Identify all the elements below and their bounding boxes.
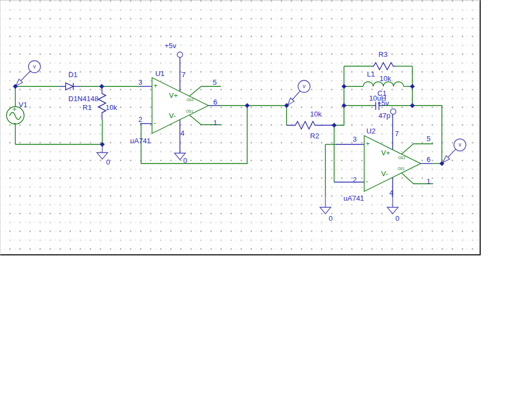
diode-triangle-icon	[66, 83, 73, 90]
junction-dot	[342, 103, 347, 108]
label-u2-pin3: 3	[353, 136, 357, 143]
label-r2-ref[interactable]: R2	[310, 132, 319, 139]
v1-minus-mark: -	[14, 120, 16, 126]
ground-symbol-u2-vminus[interactable]	[387, 197, 398, 214]
label-u2-pin7: 7	[395, 130, 399, 137]
junction-dot	[410, 84, 415, 89]
label-u1-pin2: 2	[138, 116, 142, 123]
label-r1-ref[interactable]: R1	[83, 104, 92, 111]
u2-os1-text: OS1	[398, 167, 405, 171]
u1-vminus-text: V-	[169, 112, 176, 119]
junction-dot	[342, 84, 347, 89]
label-u2-part[interactable]: uA741	[343, 195, 364, 202]
u2-plus-mark: +	[366, 141, 370, 147]
junction-dot	[245, 103, 250, 108]
label-r1-value[interactable]: 10k	[106, 104, 117, 111]
u2-os2-text: OS2	[398, 156, 405, 160]
label-d1-value[interactable]: D1N4148	[68, 95, 98, 102]
label-r3-ref[interactable]: R3	[378, 51, 388, 58]
probe-letter: v	[300, 84, 308, 89]
probe-letter: v	[456, 142, 464, 148]
label-r2-value[interactable]: 10k	[310, 110, 322, 118]
label-u2-pin6: 6	[427, 156, 430, 163]
label-ground-0: 0	[106, 159, 110, 166]
label-u1-pin7: 7	[182, 71, 185, 78]
u2-vplus-text: V+	[381, 149, 390, 156]
label-c1-ref[interactable]: C1	[377, 90, 387, 97]
label-u1-pin6: 6	[213, 98, 217, 106]
label-d1-ref[interactable]: D1	[68, 71, 78, 78]
schematic-drawing	[1, 1, 480, 255]
label-ground-0: 0	[329, 215, 332, 222]
resistor-r2[interactable]	[287, 121, 334, 129]
label-u1-ref[interactable]: U1	[155, 70, 165, 77]
u1-os2-text: OS2	[186, 98, 194, 102]
label-u2-pin4: 4	[389, 189, 393, 196]
label-v1-ref[interactable]: V1	[19, 101, 27, 108]
u1-vplus-text: V+	[169, 92, 178, 99]
ground-triangle-icon	[320, 207, 331, 214]
power-bubble-u2[interactable]	[390, 109, 396, 114]
schematic-sheet[interactable]: V1 D1 D1N4148 R1 10k 0 U1 3 2 7 4 5 6 1 …	[0, 0, 481, 255]
junction-dot	[332, 123, 337, 128]
ground-symbol-u2-input[interactable]	[320, 195, 331, 214]
u2-os2-stub[interactable]	[401, 144, 433, 154]
resistor-r1[interactable]	[98, 86, 106, 120]
label-u1-pin1: 1	[213, 119, 217, 126]
resistor-r3[interactable]	[371, 63, 395, 70]
u1-plus-mark: +	[154, 83, 158, 89]
junction-dot	[410, 103, 415, 108]
wire-segment[interactable]	[334, 66, 344, 125]
schematic-page: V1 D1 D1N4148 R1 10k 0 U1 3 2 7 4 5 6 1 …	[0, 0, 525, 420]
label-u1-power[interactable]: +5v	[165, 42, 176, 49]
label-u2-pin1: 1	[427, 178, 430, 185]
u1-minus-mark: -	[154, 120, 156, 126]
label-u1-part[interactable]: uA741	[130, 137, 151, 144]
label-r3-value[interactable]: 10k	[380, 75, 391, 82]
ground-triangle-icon	[387, 207, 398, 214]
label-u1-pin5: 5	[213, 79, 217, 86]
junction-dot	[100, 142, 105, 147]
label-ground-0: 0	[183, 157, 187, 164]
label-u1-pin3: 3	[138, 79, 142, 86]
label-u1-pin4: 4	[180, 130, 184, 137]
label-u2-pin2: 2	[353, 176, 357, 183]
label-c1-value[interactable]: 47p	[378, 112, 390, 119]
power-bubble-u1[interactable]	[177, 52, 183, 57]
u2-minus-mark: -	[366, 178, 368, 185]
label-l1-ref[interactable]: L1	[367, 71, 375, 78]
label-ground-0: 0	[395, 215, 399, 222]
label-u2-ref[interactable]: U2	[366, 127, 376, 135]
u1-os1-text: OS1	[186, 110, 193, 114]
junction-dot	[100, 84, 104, 89]
label-u2-pin5: 5	[427, 135, 430, 142]
u1-os2-stub[interactable]	[189, 86, 221, 96]
v1-plus-mark: +	[13, 106, 16, 113]
probe-letter: v	[30, 64, 39, 69]
diode-d1[interactable]	[60, 83, 80, 90]
u2-vminus-text: V-	[381, 170, 388, 177]
label-u2-power[interactable]: +5v	[377, 100, 389, 107]
